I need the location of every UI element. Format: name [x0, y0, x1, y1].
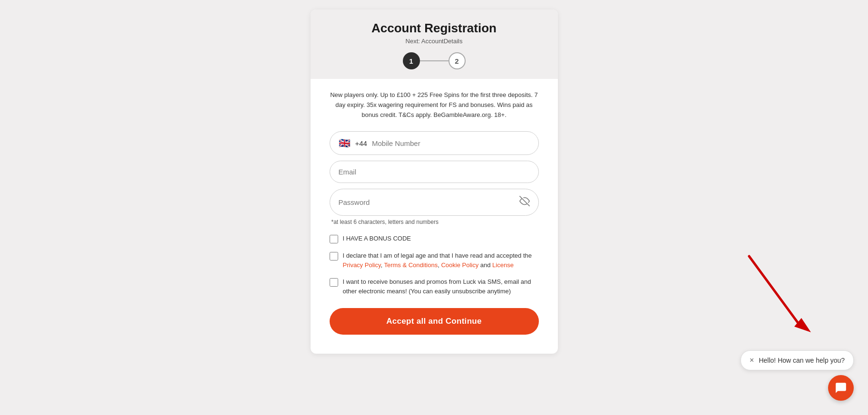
- password-input[interactable]: [339, 198, 519, 206]
- chat-close-button[interactable]: ×: [750, 357, 754, 364]
- step-1: 1: [403, 52, 420, 69]
- password-toggle-icon[interactable]: [519, 196, 530, 209]
- step-line: [420, 60, 449, 61]
- phone-input[interactable]: [372, 139, 530, 147]
- card-body: New players only. Up to £100 + 225 Free …: [330, 79, 539, 335]
- card-header: Account Registration Next: AccountDetail…: [311, 10, 558, 79]
- privacy-policy-link[interactable]: Privacy Policy: [343, 261, 381, 269]
- bonus-code-row: I HAVE A BONUS CODE: [330, 234, 539, 243]
- legal-checkbox-row: I declare that I am of legal age and tha…: [330, 251, 539, 270]
- step-2: 2: [449, 52, 466, 69]
- terms-link[interactable]: Terms & Conditions: [384, 261, 438, 269]
- cookie-policy-link[interactable]: Cookie Policy: [441, 261, 478, 269]
- password-hint: *at least 6 characters, letters and numb…: [330, 219, 539, 225]
- chat-bubble: × Hello! How can we help you?: [741, 350, 854, 370]
- stepper: 1 2: [330, 52, 539, 69]
- chat-open-button[interactable]: [828, 375, 854, 401]
- legal-text-1: I declare that I am of legal age and tha…: [343, 252, 532, 259]
- legal-label[interactable]: I declare that I am of legal age and tha…: [343, 251, 539, 270]
- chat-icon: [835, 382, 847, 394]
- accept-continue-button[interactable]: Accept all and Continue: [330, 308, 539, 335]
- chat-bubble-text: Hello! How can we help you?: [759, 357, 845, 364]
- email-input[interactable]: [330, 161, 539, 183]
- svg-line-1: [749, 256, 801, 328]
- registration-card: Account Registration Next: AccountDetail…: [311, 10, 558, 354]
- promo-label[interactable]: I want to receive bonuses and promos fro…: [343, 277, 539, 296]
- bonus-code-label[interactable]: I HAVE A BONUS CODE: [343, 234, 411, 243]
- license-link[interactable]: License: [492, 261, 514, 269]
- flag-icon: 🇬🇧: [339, 138, 351, 148]
- legal-text-4: and: [478, 261, 492, 269]
- password-wrapper[interactable]: [330, 189, 539, 216]
- chat-widget: × Hello! How can we help you?: [741, 350, 854, 401]
- arrow-annotation: [744, 251, 820, 348]
- country-code: +44: [355, 139, 367, 147]
- promo-checkbox[interactable]: [330, 278, 338, 287]
- legal-checkbox[interactable]: [330, 252, 338, 261]
- promo-checkbox-row: I want to receive bonuses and promos fro…: [330, 277, 539, 296]
- page-title: Account Registration: [330, 21, 539, 36]
- phone-input-wrapper[interactable]: 🇬🇧 +44: [330, 131, 539, 155]
- bonus-code-checkbox[interactable]: [330, 235, 338, 243]
- page-subtitle: Next: AccountDetails: [330, 38, 539, 45]
- promo-text: New players only. Up to £100 + 225 Free …: [330, 90, 539, 120]
